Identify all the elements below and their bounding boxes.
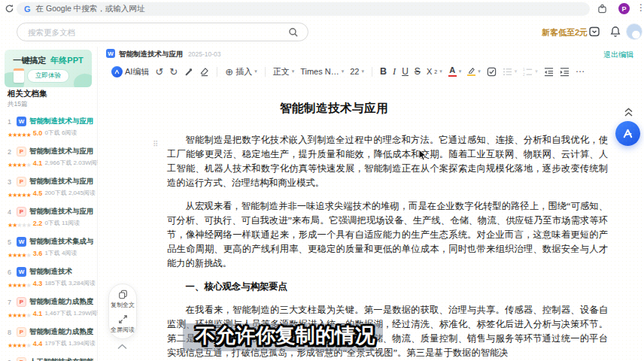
app-header: 新客低至2元 [0,18,644,47]
font-size-select[interactable]: 22 ▾ [350,67,364,76]
back-to-top-icon[interactable] [624,108,633,117]
doc-list-item[interactable]: 9 P 人工智能技术在智能 [0,355,98,361]
screen: G 在 Google 中搜索，或输入网址 P ⋮ 新客低至2元 [0,0,644,361]
document-title[interactable]: 智能制造技术与应用 [280,101,608,115]
indent-decrease-button[interactable] [544,67,554,77]
doc-list-item[interactable]: 8 P 智能制造能力成熟度… ★★★★★ 4.4 179下载 1,394阅读 [0,325,98,355]
bullet-list-button[interactable]: ▾ [503,67,518,77]
undo-button[interactable]: ↺ [155,67,163,77]
ppt-promo-banner[interactable]: 一键搞定 年终PPT 立即体验 [5,50,92,87]
paragraph-drag-handle-icon[interactable]: ⠿ [153,140,158,148]
ppt-icon: P [17,327,26,337]
extensions-icon[interactable] [597,4,607,14]
doc-item-stats: 1,467下载 1.29W阅读 [44,309,102,317]
fullscreen-read-button[interactable]: 全屏阅读 [111,314,135,334]
document-editor: W 智能制造技术与应用 2025-10-03 退出编辑 AI编辑 ↺ ↻ ⊕ 插… [98,47,644,361]
ai-edit-button[interactable]: AI编辑 [111,66,149,77]
address-bar[interactable]: G 在 Google 中搜索，或输入网址 [17,2,590,16]
exit-edit-button[interactable]: 退出编辑 [603,50,633,60]
notifications-icon[interactable] [609,26,621,38]
doc-item-index: 7 [8,299,14,306]
doc-item-index: 4 [8,208,14,216]
reload-icon[interactable] [5,4,14,14]
ppt-icon: P [17,177,26,187]
doc-item-stats: 0下载 6阅读 [44,129,77,137]
word-icon: W [17,267,26,277]
eraser-icon[interactable] [199,67,209,77]
doc-paragraph-1[interactable]: 智能制造是把数字化技术嵌入到制造全过程中的理念和方法。它通过感知、连接、分析和自… [167,133,608,190]
redo-button[interactable]: ↻ [169,67,178,77]
checkbox-button[interactable] [487,67,497,77]
ai-logo-icon [621,126,635,141]
doc-item-index: 3 [8,178,14,186]
ppt-icon: P [17,357,26,361]
doc-paragraph-2[interactable]: 从宏观来看，智能制造并非一味追求尖端技术的堆砌，而是在企业数字化转型的路径上，围… [167,199,608,271]
related-docs-list: 1 W 智能制造技术与应用 ★★★★★ 5.0 0下载 6阅读 2 P 智能制造… [0,114,98,361]
more-tools-button[interactable]: ⋯ [576,66,585,77]
document-page[interactable]: ⠿ 智能制造技术与应用 智能制造是把数字化技术嵌入到制造全过程中的理念和方法。它… [98,81,644,361]
doc-list-item[interactable]: 2 P 智能制造技术与应用 ★★★★★ 4.1 2,966下载 2.03W阅读 [0,144,98,174]
doc-date: 2025-10-03 [188,50,220,58]
toolbar-divider [217,67,217,77]
underline-button[interactable]: U [402,66,409,77]
doc-item-stats: 179下载 1,394阅读 [44,339,96,347]
format-painter-icon[interactable] [184,67,193,77]
paragraph-style-select[interactable]: 正文 ▾ [273,66,295,77]
promo-link[interactable]: 新客低至2元 [542,27,588,38]
chevron-down-icon: ▾ [292,68,295,74]
doc-item-title: 人工智能技术在智能 [29,357,93,361]
ai-assistant-button[interactable] [615,121,640,146]
banner-try-button[interactable]: 立即体验 [27,69,69,83]
doc-list-item[interactable]: 3 P 智能制造技术与应用 ★★★★★ 4.5 200下载 2,045阅读 [0,174,98,205]
browser-profile-avatar[interactable]: P [618,3,630,14]
rating-stars: ★★★★★ [8,187,31,200]
rating-stars: ★★★★★ [8,217,31,230]
doc-list-item[interactable]: 4 P 智能制造技术与应用 ★★★★★ 2.2 0下载 11阅读 [0,205,98,235]
strikethrough-button[interactable]: S [415,66,421,77]
address-placeholder: 在 Google 中搜索，或输入网址 [36,4,145,14]
user-avatar[interactable] [626,23,642,40]
inbox-icon[interactable] [588,26,600,38]
svg-text:1: 1 [523,67,525,71]
word-icon: W [17,117,26,126]
insert-button[interactable]: ⊕ 插入 ▾ [225,66,257,77]
doc-list-item[interactable]: 5 W 智能制造技术集成与… ★★★★★ 3.6 1下载 4阅读 [0,235,98,265]
doc-item-title: 智能制造技术与应用 [29,147,93,156]
doc-item-index: 6 [8,268,14,276]
pdf-icon: P [17,297,26,307]
browser-menu-icon[interactable]: ⋮ [636,2,644,13]
doc-name: 智能制造技术与应用 [119,50,184,59]
subscript-button[interactable]: X2▾ [427,67,442,76]
doc-list-item[interactable]: 6 W 智能制造技术 ★★★★★ 4.3 185下载 3,284阅读 [0,265,98,295]
doc-section-heading[interactable]: 一、核心观念与构架要点 [167,280,608,294]
indent-increase-button[interactable] [560,67,570,77]
doc-search-box[interactable] [17,23,308,41]
rating-score: 2.2 [33,220,43,227]
copy-full-text-button[interactable]: 复制全文 [111,290,135,309]
italic-button[interactable]: I [393,66,396,77]
numbered-list-button[interactable]: 12 ▾ [523,67,538,77]
doc-list-item[interactable]: 7 P 智能制造能力成熟度… ★★★★★ 4.1 1,467下载 1.29W阅读 [0,295,98,325]
collapse-panel-icon[interactable] [117,344,128,350]
floating-tools-panel: 复制全文 全屏阅读 [108,284,137,339]
doc-item-title: 智能制造技术 [29,267,72,277]
search-icon[interactable] [288,27,299,38]
google-logo-icon: G [24,5,31,14]
search-input[interactable] [26,27,288,38]
font-family-select[interactable]: Times N… ▾ [300,67,344,76]
doc-list-item[interactable]: 1 W 智能制造技术与应用 ★★★★★ 5.0 0下载 6阅读 [0,114,98,144]
ppt-icon: P [17,147,26,156]
banner-decoration [74,74,92,87]
banner-doc-illustration [14,68,24,83]
chevron-down-icon: ▾ [478,68,481,74]
font-color-button[interactable]: A ▾ [448,66,462,77]
chevron-down-icon: ▾ [254,68,257,74]
insert-plus-icon: ⊕ [225,67,233,77]
rating-score: 4.5 [33,190,43,197]
editor-toolbar: AI编辑 ↺ ↻ ⊕ 插入 ▾ 正文 ▾ Times N… [111,62,585,81]
rating-score: 5.0 [33,129,43,137]
highlight-button[interactable]: ▾ [467,67,481,77]
toolbar-divider [265,67,266,77]
doc-item-title: 智能制造技术与应用 [29,177,93,187]
bold-button[interactable]: B [380,66,387,77]
